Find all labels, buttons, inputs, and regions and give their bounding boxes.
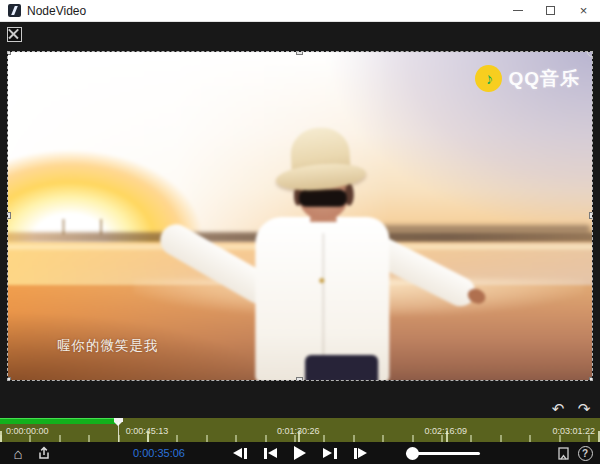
home-icon: ⌂ bbox=[13, 445, 22, 462]
timeline-major-tick bbox=[298, 431, 300, 442]
boy-pants bbox=[305, 355, 378, 380]
slider-knob[interactable] bbox=[406, 447, 419, 460]
export-icon bbox=[36, 445, 52, 461]
mast-silhouette bbox=[100, 219, 102, 234]
shirt-button bbox=[319, 278, 324, 283]
mast-silhouette bbox=[62, 219, 64, 234]
bookmark-button[interactable] bbox=[554, 444, 572, 462]
frame-forward-icon bbox=[358, 448, 367, 458]
help-icon: ? bbox=[578, 446, 593, 461]
redo-icon: ↷ bbox=[578, 400, 591, 417]
app-title: NodeVideo bbox=[27, 4, 86, 18]
minimize-button[interactable] bbox=[501, 0, 534, 22]
playhead[interactable] bbox=[114, 418, 123, 442]
boy-sunglasses bbox=[299, 190, 347, 207]
close-button[interactable]: × bbox=[567, 0, 600, 22]
playhead-line bbox=[118, 422, 119, 442]
maximize-button[interactable] bbox=[534, 0, 567, 22]
resize-handle-right[interactable] bbox=[589, 212, 592, 219]
resize-handle-left[interactable] bbox=[8, 212, 11, 219]
resize-handle-top[interactable] bbox=[296, 52, 303, 55]
help-button[interactable]: ? bbox=[576, 444, 594, 462]
clear-selection-button[interactable] bbox=[7, 27, 22, 42]
timeline-major-tick bbox=[446, 431, 448, 442]
frame-back-icon bbox=[233, 448, 242, 458]
frame-back-button[interactable] bbox=[233, 448, 247, 459]
timeline-major-tick bbox=[0, 431, 2, 442]
transport-controls bbox=[233, 442, 367, 464]
lyric-subtitle: 喔你的微笑是我 bbox=[57, 337, 159, 355]
timeline-major-tick bbox=[147, 431, 149, 442]
minimize-icon bbox=[513, 10, 523, 12]
frame-forward-button[interactable] bbox=[354, 448, 368, 459]
play-icon bbox=[294, 446, 306, 460]
title-bar: NodeVideo × bbox=[0, 0, 600, 22]
resize-handle-bottom-right[interactable] bbox=[589, 377, 592, 380]
timeline-timestamp: 0:03:01:22 bbox=[552, 426, 595, 436]
resize-handle-bottom[interactable] bbox=[296, 377, 303, 380]
undo-button[interactable]: ↶ bbox=[548, 400, 568, 418]
qq-music-logo-icon: ♪ bbox=[475, 65, 502, 92]
workspace: ♪ QQ音乐 喔你的微笑是我 ↶ ↷ 0:00:00:00 0:00:45:13… bbox=[0, 22, 600, 464]
close-icon: × bbox=[580, 3, 588, 18]
export-button[interactable] bbox=[35, 444, 53, 462]
video-preview-canvas[interactable]: ♪ QQ音乐 喔你的微笑是我 bbox=[8, 52, 592, 380]
current-time-display: 0:00:35:06 bbox=[109, 442, 209, 464]
maximize-icon bbox=[546, 6, 555, 15]
qq-music-watermark: ♪ QQ音乐 bbox=[475, 65, 580, 92]
resize-handle-bottom-left[interactable] bbox=[8, 377, 11, 380]
music-note-icon: ♪ bbox=[483, 70, 494, 87]
preview-zoom-slider[interactable] bbox=[406, 446, 480, 460]
play-button[interactable] bbox=[294, 446, 306, 460]
jump-start-button[interactable] bbox=[264, 448, 278, 459]
undo-icon: ↶ bbox=[552, 400, 565, 417]
watermark-label: QQ音乐 bbox=[508, 66, 580, 92]
resize-handle-top-left[interactable] bbox=[8, 52, 11, 55]
shirt-placket bbox=[322, 233, 324, 375]
window-controls: × bbox=[501, 0, 600, 22]
transport-bar: ⌂ 0:00:35:06 bbox=[0, 442, 600, 464]
app-logo-icon bbox=[8, 4, 21, 17]
timeline-ruler[interactable]: 0:00:00:00 0:00:45:13 0:01:30:26 0:02:16… bbox=[0, 418, 600, 442]
bookmark-icon bbox=[556, 446, 571, 461]
jump-start-icon bbox=[268, 448, 277, 458]
video-frame bbox=[8, 52, 592, 380]
timeline-timestamp: 0:00:00:00 bbox=[6, 426, 49, 436]
timeline-played-bar bbox=[0, 418, 119, 424]
jump-end-icon bbox=[323, 448, 332, 458]
jump-end-button[interactable] bbox=[323, 448, 337, 459]
redo-button[interactable]: ↷ bbox=[574, 400, 594, 418]
home-button[interactable]: ⌂ bbox=[9, 444, 27, 462]
